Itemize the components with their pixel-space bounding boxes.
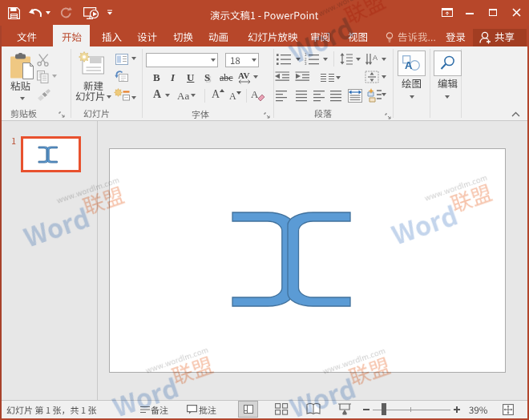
svg-text:A: A	[373, 54, 378, 62]
svg-text:2: 2	[305, 58, 307, 62]
svg-text:3: 3	[305, 62, 307, 66]
svg-text:A: A	[405, 59, 413, 71]
